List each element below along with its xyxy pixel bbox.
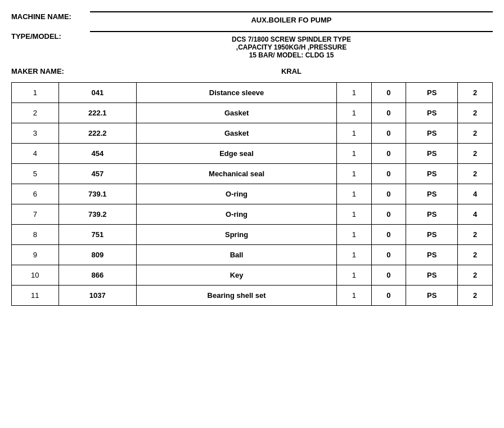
table-row: 3 222.2 Gasket 1 0 PS 2 [12, 123, 493, 144]
row-code: 809 [58, 245, 137, 265]
row-order: 2 [458, 103, 493, 123]
row-order: 2 [458, 144, 493, 164]
row-order: 2 [458, 225, 493, 245]
row-description: Bearing shell set [137, 286, 337, 306]
row-order: 2 [458, 245, 493, 265]
row-no: 2 [12, 103, 59, 123]
row-no: 1 [12, 83, 59, 103]
row-description: Gasket [137, 123, 337, 144]
row-stock: 0 [371, 83, 406, 103]
row-description: Mechanical seal [137, 164, 337, 184]
table-row: 8 751 Spring 1 0 PS 2 [12, 225, 493, 245]
row-qty: 1 [337, 144, 372, 164]
row-type: PS [406, 245, 458, 265]
row-no: 6 [12, 184, 59, 204]
row-code: 1037 [58, 286, 137, 306]
header-section: MACHINE NAME: AUX.BOILER FO PUMP TYPE/MO… [11, 11, 493, 77]
row-stock: 0 [371, 144, 406, 164]
table-row: 1 041 Distance sleeve 1 0 PS 2 [12, 83, 493, 103]
row-description: Key [137, 265, 337, 286]
row-description: Gasket [137, 103, 337, 123]
row-code: 751 [58, 225, 137, 245]
row-code: 457 [58, 164, 137, 184]
maker-name-row: MAKER NAME: KRAL [11, 66, 493, 77]
machine-name-value: AUX.BOILER FO PUMP [251, 15, 331, 25]
row-no: 8 [12, 225, 59, 245]
machine-name-divider [90, 11, 493, 12]
maker-name-label: MAKER NAME: [11, 66, 90, 75]
row-no: 4 [12, 144, 59, 164]
row-stock: 0 [371, 245, 406, 265]
row-qty: 1 [337, 204, 372, 225]
row-stock: 0 [371, 286, 406, 306]
row-type: PS [406, 103, 458, 123]
row-description: Edge seal [137, 144, 337, 164]
row-code: 739.1 [58, 184, 137, 204]
table-row: 9 809 Ball 1 0 PS 2 [12, 245, 493, 265]
row-stock: 0 [371, 184, 406, 204]
row-qty: 1 [337, 123, 372, 144]
type-model-row: TYPE/MODEL: DCS 7/1800 SCREW SPINDLER TY… [11, 31, 493, 60]
row-code: 222.1 [58, 103, 137, 123]
table-row: 6 739.1 O-ring 1 0 PS 4 [12, 184, 493, 204]
row-qty: 1 [337, 245, 372, 265]
row-description: O-ring [137, 184, 337, 204]
parts-table: 1 041 Distance sleeve 1 0 PS 2 2 222.1 G… [11, 82, 493, 306]
table-row: 7 739.2 O-ring 1 0 PS 4 [12, 204, 493, 225]
row-no: 3 [12, 123, 59, 144]
row-qty: 1 [337, 103, 372, 123]
row-qty: 1 [337, 83, 372, 103]
row-code: 866 [58, 265, 137, 286]
row-code: 222.2 [58, 123, 137, 144]
row-type: PS [406, 123, 458, 144]
row-description: Spring [137, 225, 337, 245]
row-description: Distance sleeve [137, 83, 337, 103]
maker-name-value: KRAL [281, 66, 302, 77]
row-qty: 1 [337, 164, 372, 184]
row-no: 10 [12, 265, 59, 286]
table-row: 4 454 Edge seal 1 0 PS 2 [12, 144, 493, 164]
row-order: 2 [458, 265, 493, 286]
type-model-divider [90, 31, 493, 32]
row-type: PS [406, 204, 458, 225]
row-description: O-ring [137, 204, 337, 225]
row-code: 454 [58, 144, 137, 164]
row-type: PS [406, 83, 458, 103]
machine-name-label: MACHINE NAME: [11, 11, 90, 21]
maker-name-block: KRAL [90, 66, 493, 77]
row-type: PS [406, 265, 458, 286]
row-order: 2 [458, 123, 493, 144]
type-model-label: TYPE/MODEL: [11, 31, 90, 41]
row-code: 041 [58, 83, 137, 103]
row-code: 739.2 [58, 204, 137, 225]
type-model-value: DCS 7/1800 SCREW SPINDLER TYPE,CAPACITY … [232, 34, 351, 60]
row-type: PS [406, 144, 458, 164]
type-model-block: DCS 7/1800 SCREW SPINDLER TYPE,CAPACITY … [90, 31, 493, 60]
row-no: 7 [12, 204, 59, 225]
machine-name-block: AUX.BOILER FO PUMP [90, 11, 493, 25]
table-row: 11 1037 Bearing shell set 1 0 PS 2 [12, 286, 493, 306]
row-qty: 1 [337, 265, 372, 286]
row-order: 2 [458, 286, 493, 306]
table-row: 5 457 Mechanical seal 1 0 PS 2 [12, 164, 493, 184]
table-row: 10 866 Key 1 0 PS 2 [12, 265, 493, 286]
row-order: 4 [458, 184, 493, 204]
row-type: PS [406, 164, 458, 184]
row-type: PS [406, 225, 458, 245]
row-description: Ball [137, 245, 337, 265]
row-type: PS [406, 184, 458, 204]
row-order: 2 [458, 164, 493, 184]
row-stock: 0 [371, 103, 406, 123]
row-stock: 0 [371, 265, 406, 286]
row-stock: 0 [371, 123, 406, 144]
row-stock: 0 [371, 225, 406, 245]
row-no: 11 [12, 286, 59, 306]
row-qty: 1 [337, 225, 372, 245]
row-stock: 0 [371, 204, 406, 225]
row-stock: 0 [371, 164, 406, 184]
row-qty: 1 [337, 286, 372, 306]
row-no: 9 [12, 245, 59, 265]
row-order: 2 [458, 83, 493, 103]
machine-name-row: MACHINE NAME: AUX.BOILER FO PUMP [11, 11, 493, 25]
row-type: PS [406, 286, 458, 306]
